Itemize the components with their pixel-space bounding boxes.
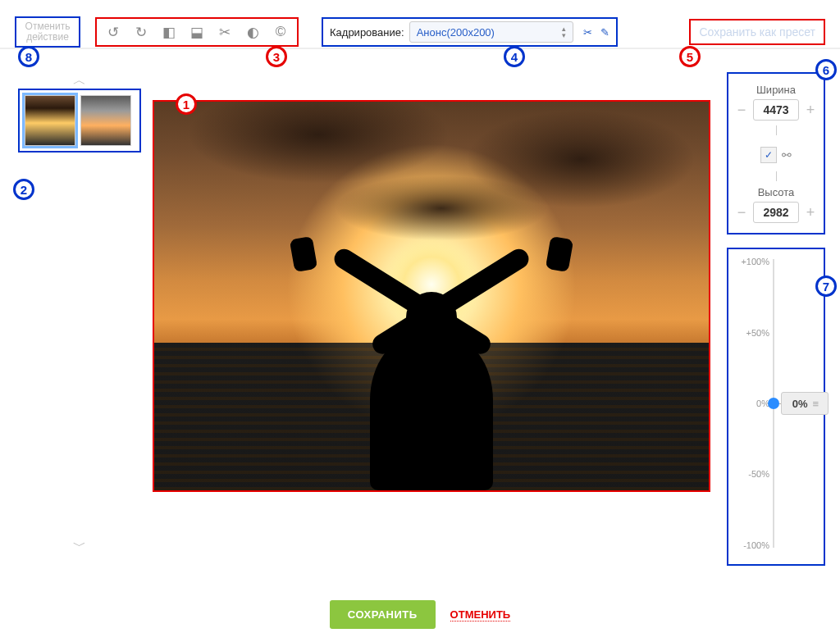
thumbnail-panel: ︿ ﹀ bbox=[18, 72, 141, 642]
zoom-tick: +100% bbox=[741, 257, 769, 266]
flip-vertical-icon[interactable]: ⬓ bbox=[189, 24, 205, 40]
crop-preset-select[interactable]: Анонс(200x200) ▴▾ bbox=[409, 21, 573, 43]
height-label: Высота bbox=[733, 186, 819, 198]
thumbnail-2[interactable] bbox=[80, 95, 131, 146]
callout-2: 2 bbox=[13, 179, 34, 200]
zoom-slider[interactable]: +100% +50% 0% -50% -100% 0% ≡ bbox=[743, 256, 809, 551]
zoom-panel: +100% +50% 0% -50% -100% 0% ≡ bbox=[727, 248, 825, 566]
dim-divider bbox=[776, 171, 777, 181]
zoom-tick: -100% bbox=[743, 540, 769, 550]
flip-horizontal-icon[interactable]: ◧ bbox=[161, 24, 177, 40]
dimension-panel: Ширина − + ✓ ⚯ Высота − + bbox=[727, 72, 825, 234]
copyright-icon[interactable]: © bbox=[272, 24, 289, 40]
crop-selected-value: Анонс(200x200) bbox=[417, 26, 495, 39]
callout-5: 5 bbox=[679, 46, 701, 67]
image-preview[interactable] bbox=[153, 100, 710, 492]
aspect-lock-checkbox[interactable]: ✓ bbox=[760, 147, 777, 163]
pencil-icon[interactable]: ✎ bbox=[600, 26, 609, 39]
zoom-tick: -50% bbox=[748, 469, 769, 479]
zoom-value-badge[interactable]: 0% ≡ bbox=[781, 392, 829, 415]
decorative-silhouette bbox=[325, 244, 538, 490]
crop-preset-group: Кадрирование: Анонс(200x200) ▴▾ ✂ ✎ bbox=[322, 17, 618, 47]
width-label: Ширина bbox=[733, 84, 819, 96]
thumb-up-arrow-icon[interactable]: ︿ bbox=[18, 72, 141, 89]
callout-8: 8 bbox=[18, 46, 39, 67]
top-toolbar: Отменить действие ↺ ↻ ◧ ⬓ ✂ ◐ © Кадриров… bbox=[0, 16, 840, 49]
width-input[interactable] bbox=[753, 99, 799, 121]
thumb-down-arrow-icon[interactable]: ﹀ bbox=[18, 538, 141, 554]
width-minus-button[interactable]: − bbox=[735, 102, 748, 119]
tool-icon-group: ↺ ↻ ◧ ⬓ ✂ ◐ © bbox=[95, 17, 299, 47]
callout-4: 4 bbox=[504, 46, 525, 67]
callout-7: 7 bbox=[815, 275, 837, 297]
decorative-cloud bbox=[335, 175, 548, 241]
height-input[interactable] bbox=[753, 202, 799, 223]
cut-icon[interactable]: ✂ bbox=[583, 26, 592, 39]
zoom-tick: +50% bbox=[746, 328, 769, 338]
callout-6: 6 bbox=[815, 59, 837, 80]
redo-icon[interactable]: ↻ bbox=[133, 24, 149, 40]
thumbnail-row bbox=[18, 89, 141, 153]
height-plus-button[interactable]: + bbox=[804, 204, 817, 221]
zoom-value-text: 0% bbox=[792, 398, 808, 410]
crop-label: Кадрирование: bbox=[330, 26, 404, 39]
save-button[interactable]: СОХРАНИТЬ bbox=[330, 600, 436, 629]
link-icon: ⚯ bbox=[782, 148, 792, 162]
crop-icon[interactable]: ✂ bbox=[217, 24, 233, 40]
grip-icon: ≡ bbox=[813, 398, 818, 410]
callout-3: 3 bbox=[266, 46, 287, 67]
height-minus-button[interactable]: − bbox=[735, 204, 748, 221]
dim-divider bbox=[776, 125, 777, 135]
undo-icon[interactable]: ↺ bbox=[105, 24, 121, 40]
cancel-button[interactable]: ОТМЕНИТЬ bbox=[450, 608, 511, 622]
filter-icon[interactable]: ◐ bbox=[244, 24, 261, 40]
select-arrows-icon: ▴▾ bbox=[562, 25, 566, 39]
width-plus-button[interactable]: + bbox=[804, 102, 817, 119]
footer-actions: СОХРАНИТЬ ОТМЕНИТЬ bbox=[0, 600, 840, 629]
undo-action-button[interactable]: Отменить действие bbox=[15, 16, 80, 48]
zoom-knob[interactable] bbox=[768, 398, 779, 409]
undo-line2: действие bbox=[18, 32, 77, 43]
save-as-preset-button[interactable]: Сохранить как пресет bbox=[689, 19, 825, 45]
callout-1: 1 bbox=[176, 93, 197, 115]
thumbnail-1[interactable] bbox=[25, 95, 75, 146]
